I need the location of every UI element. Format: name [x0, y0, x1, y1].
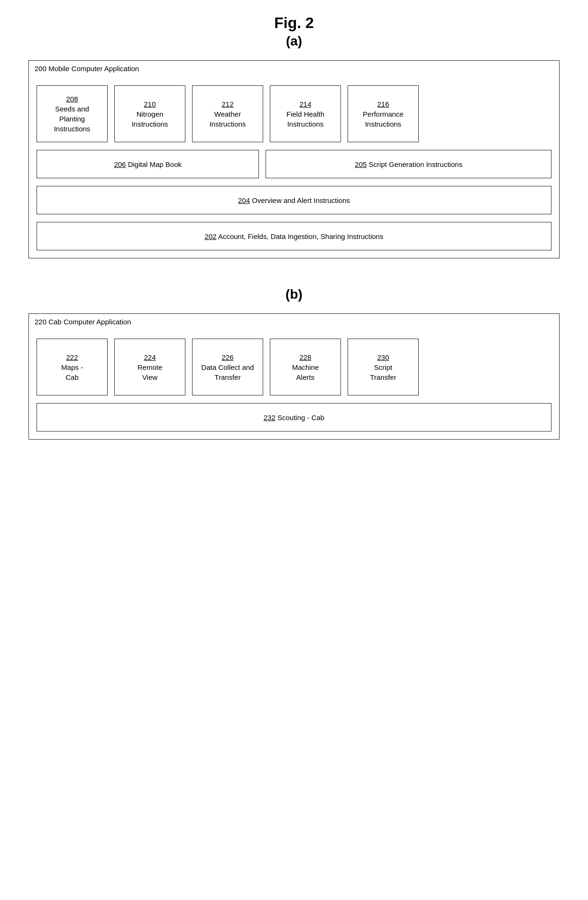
- box-206: 206 Digital Map Book: [37, 150, 259, 178]
- box-202: 202 Account, Fields, Data Ingestion, Sha…: [37, 222, 551, 250]
- diagram-a-boxes-row: 208Seeds and PlantingInstructions 210Nit…: [37, 85, 551, 142]
- diagram-a-label: 200 Mobile Computer Application: [35, 64, 139, 73]
- box-230: 230ScriptTransfer: [348, 339, 419, 395]
- diagram-b-boxes-row: 222Maps -Cab 224RemoteView 226Data Colle…: [37, 339, 551, 395]
- box-224: 224RemoteView: [114, 339, 185, 395]
- diagram-a-mid-row: 206 Digital Map Book 205 Script Generati…: [37, 150, 551, 178]
- box-205: 205 Script Generation Instructions: [266, 150, 551, 178]
- box-214: 214Field HealthInstructions: [270, 85, 341, 142]
- box-212: 212WeatherInstructions: [192, 85, 263, 142]
- part-b-label: (b): [285, 287, 303, 302]
- box-222: 222Maps -Cab: [37, 339, 108, 395]
- diagram-b-label: 220 Cab Computer Application: [35, 318, 131, 326]
- box-204: 204 Overview and Alert Instructions: [37, 186, 551, 214]
- figure-title: Fig. 2: [274, 14, 314, 32]
- box-226: 226Data Collect andTransfer: [192, 339, 263, 395]
- box-216: 216PerformanceInstructions: [348, 85, 419, 142]
- box-228: 228MachineAlerts: [270, 339, 341, 395]
- box-208: 208Seeds and PlantingInstructions: [37, 85, 108, 142]
- box-210: 210NitrogenInstructions: [114, 85, 185, 142]
- diagram-b-container: 220 Cab Computer Application 222Maps -Ca…: [28, 313, 560, 440]
- box-232: 232 Scouting - Cab: [37, 403, 551, 432]
- part-a-label: (a): [286, 34, 302, 49]
- diagram-a-container: 200 Mobile Computer Application 208Seeds…: [28, 60, 560, 258]
